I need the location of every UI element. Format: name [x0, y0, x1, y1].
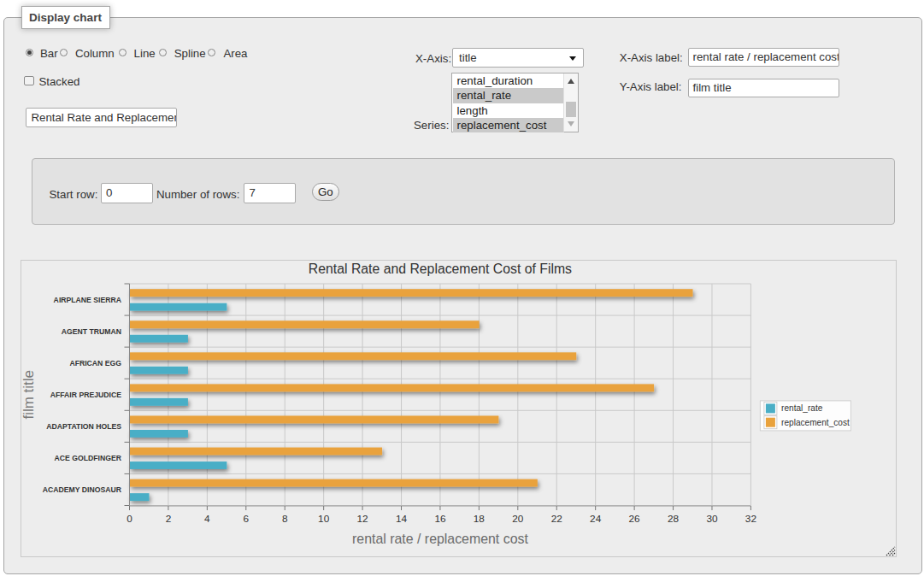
svg-text:22: 22: [551, 513, 562, 525]
svg-text:20: 20: [512, 513, 524, 525]
svg-text:rental_rate: rental_rate: [781, 403, 823, 413]
svg-text:0: 0: [127, 513, 132, 525]
svg-text:24: 24: [590, 513, 602, 525]
svg-text:28: 28: [668, 513, 680, 525]
svg-text:4: 4: [204, 513, 210, 525]
svg-text:26: 26: [629, 513, 641, 525]
svg-text:ACE GOLDFINGER: ACE GOLDFINGER: [55, 453, 122, 462]
svg-text:30: 30: [706, 513, 718, 525]
svg-text:AGENT TRUMAN: AGENT TRUMAN: [62, 326, 121, 336]
svg-text:Rental Rate and Replacement Co: Rental Rate and Replacement Cost of Film…: [309, 262, 572, 276]
svg-text:10: 10: [318, 513, 330, 525]
svg-text:18: 18: [474, 513, 486, 525]
svg-text:AFRICAN EGG: AFRICAN EGG: [69, 358, 121, 367]
svg-text:film title: film title: [21, 369, 37, 419]
svg-text:12: 12: [357, 513, 368, 525]
svg-text:replacement_cost: replacement_cost: [781, 417, 850, 426]
svg-text:ADAPTATION HOLES: ADAPTATION HOLES: [46, 421, 121, 431]
svg-text:16: 16: [434, 513, 446, 525]
svg-text:AIRPLANE SIERRA: AIRPLANE SIERRA: [54, 295, 122, 304]
svg-text:ACADEMY DINOSAUR: ACADEMY DINOSAUR: [43, 485, 121, 494]
svg-text:AFFAIR PREJUDICE: AFFAIR PREJUDICE: [50, 390, 121, 399]
svg-text:8: 8: [282, 513, 288, 525]
svg-text:rental rate / replacement cost: rental rate / replacement cost: [352, 531, 528, 545]
svg-text:14: 14: [396, 513, 408, 525]
svg-text:2: 2: [166, 513, 172, 525]
svg-text:32: 32: [745, 513, 756, 525]
svg-text:6: 6: [244, 513, 250, 525]
